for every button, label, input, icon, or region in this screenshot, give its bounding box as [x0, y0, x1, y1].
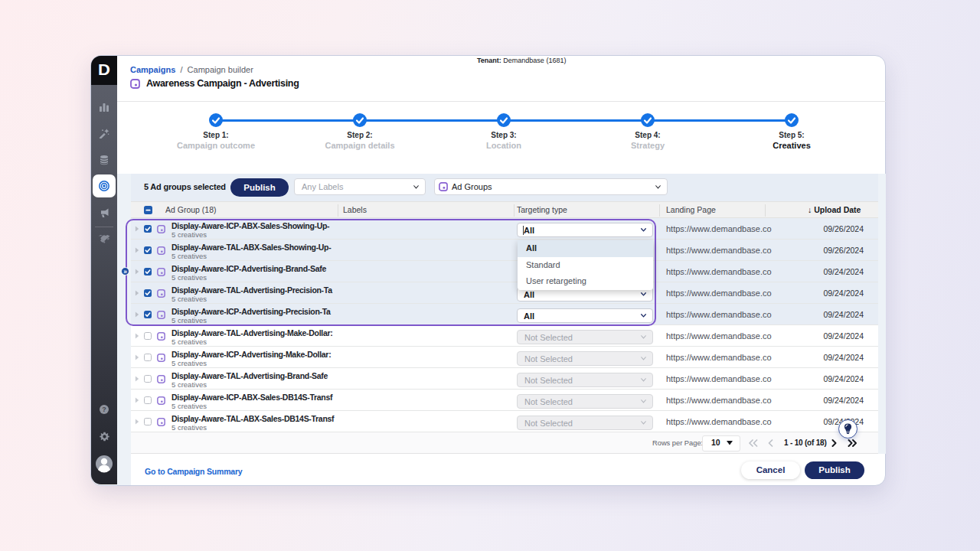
- svg-text:?: ?: [102, 406, 106, 413]
